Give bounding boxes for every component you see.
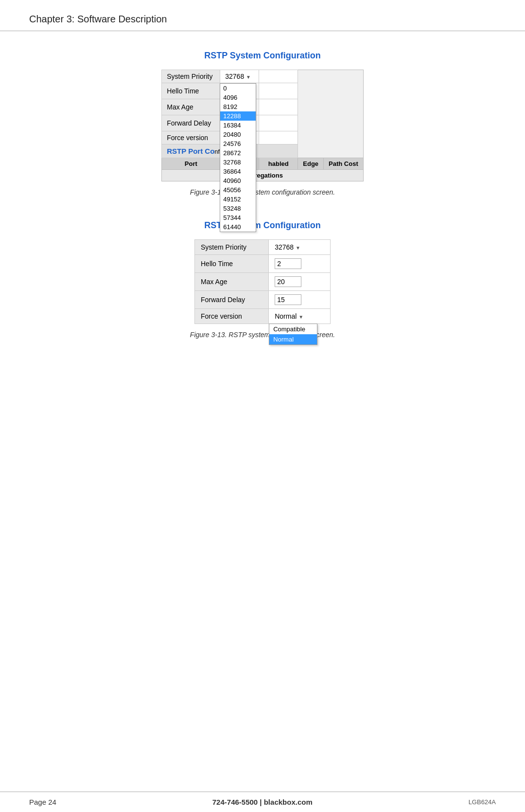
table-row: Force version Normal ▼ Compatible Normal bbox=[195, 309, 331, 324]
dropdown-item-61440[interactable]: 61440 bbox=[220, 222, 256, 232]
dropdown-item-0[interactable]: 0 bbox=[220, 84, 256, 93]
hello-time-extra bbox=[259, 83, 298, 99]
dropdown-item-36864[interactable]: 36864 bbox=[220, 167, 256, 176]
page-footer: Page 24 724-746-5500 | blackbox.com LGB6… bbox=[0, 792, 525, 812]
port-config-title: RSTP Port Co bbox=[167, 147, 214, 155]
table-row: Forward Delay bbox=[162, 115, 363, 131]
max-age-label: Max Age bbox=[162, 99, 220, 115]
fv-option-compatible[interactable]: Compatible bbox=[269, 324, 317, 334]
dropdown-item-12288[interactable]: 12288 bbox=[220, 111, 256, 121]
hello-time-label: Hello Time bbox=[162, 83, 220, 99]
system-priority-label: System Priority bbox=[162, 70, 220, 83]
fig2-system-priority-display: 32768 bbox=[275, 243, 294, 251]
fig2-force-version-wrapper: Normal ▼ Compatible Normal bbox=[275, 312, 324, 320]
port-col-habled: habled bbox=[259, 158, 298, 170]
fig2-max-age-value[interactable] bbox=[269, 273, 331, 291]
fig2-forward-delay-label: Forward Delay bbox=[195, 291, 269, 309]
dropdown-item-8192[interactable]: 8192 bbox=[220, 102, 256, 111]
dropdown-item-57344[interactable]: 57344 bbox=[220, 213, 256, 222]
table-row: Force version ▼ bbox=[162, 131, 363, 144]
figure-1-block: RSTP System Configuration System Priorit… bbox=[29, 51, 496, 196]
forward-delay-label: Forward Delay bbox=[162, 115, 220, 131]
dropdown-item-45056[interactable]: 45056 bbox=[220, 185, 256, 195]
table-row: System Priority 32768 ▼ bbox=[195, 240, 331, 255]
dropdown-item-53248[interactable]: 53248 bbox=[220, 204, 256, 213]
fig2-max-age-input[interactable] bbox=[275, 276, 301, 287]
aggregations-row: Aggregations bbox=[162, 170, 363, 181]
fig2-system-priority-arrow[interactable]: ▼ bbox=[296, 245, 300, 251]
system-priority-display: 32768 bbox=[225, 72, 244, 80]
figure2-config-table: System Priority 32768 ▼ Hello Time Ma bbox=[194, 239, 331, 324]
system-priority-dropdown[interactable]: 0 4096 8192 12288 16384 20480 24576 2867… bbox=[220, 83, 256, 232]
forward-delay-extra bbox=[259, 115, 298, 131]
port-col-port: Port bbox=[162, 158, 220, 170]
port-col-edge: Edge bbox=[298, 158, 324, 170]
fig2-force-version-dropdown[interactable]: Compatible Normal bbox=[269, 324, 317, 345]
table-row: Hello Time bbox=[195, 255, 331, 273]
fig2-force-version-arrow[interactable]: ▼ bbox=[298, 314, 303, 320]
fig2-force-version-cell[interactable]: Normal ▼ Compatible Normal bbox=[269, 309, 331, 324]
figure1-title: RSTP System Configuration bbox=[204, 51, 321, 61]
dropdown-item-4096[interactable]: 4096 bbox=[220, 93, 256, 102]
footer-model: LGB624A bbox=[469, 798, 496, 806]
fv-option-normal[interactable]: Normal bbox=[269, 334, 317, 344]
system-priority-value[interactable]: 32768 ▼ bbox=[220, 70, 259, 83]
fig2-hello-time-label: Hello Time bbox=[195, 255, 269, 273]
force-version-extra bbox=[259, 131, 298, 144]
system-priority-arrow[interactable]: ▼ bbox=[246, 74, 251, 80]
table-row: System Priority 32768 ▼ bbox=[162, 70, 363, 83]
fig2-system-priority-label: System Priority bbox=[195, 240, 269, 255]
dropdown-item-40960[interactable]: 40960 bbox=[220, 176, 256, 185]
max-age-extra bbox=[259, 99, 298, 115]
dropdown-item-20480[interactable]: 20480 bbox=[220, 130, 256, 139]
fig2-max-age-label: Max Age bbox=[195, 273, 269, 291]
page-content: RSTP System Configuration System Priorit… bbox=[0, 51, 525, 339]
fig2-system-priority-value[interactable]: 32768 ▼ bbox=[269, 240, 331, 255]
dropdown-item-16384[interactable]: 16384 bbox=[220, 121, 256, 130]
port-config-header-row: RSTP Port Configuration bbox=[162, 144, 363, 158]
table-row: Forward Delay bbox=[195, 291, 331, 309]
footer-phone: 724-746-5500 | blackbox.com bbox=[212, 798, 313, 806]
port-col-path-cost: Path Cost bbox=[324, 158, 364, 170]
table-row: Max Age bbox=[162, 99, 363, 115]
port-table-header-row: Port F... habled Edge Path Cost bbox=[162, 158, 363, 170]
dropdown-item-24576[interactable]: 24576 bbox=[220, 139, 256, 148]
dropdown-item-32768[interactable]: 32768 bbox=[220, 158, 256, 167]
page-header: Chapter 3: Software Description bbox=[0, 0, 525, 31]
fig2-forward-delay-value[interactable] bbox=[269, 291, 331, 309]
figure1-caption: Figure 3-12. RSTP system configuration s… bbox=[190, 188, 335, 196]
aggregations-cell: Aggregations bbox=[162, 170, 363, 181]
fig2-force-version-display: Normal bbox=[275, 312, 297, 320]
chapter-title: Chapter 3: Software Description bbox=[29, 14, 167, 24]
figure-2-block: RSTP System Configuration System Priorit… bbox=[29, 220, 496, 339]
fig2-forward-delay-input[interactable] bbox=[275, 294, 301, 305]
figure1-config-table: System Priority 32768 ▼ Hello Time Max bbox=[161, 70, 363, 181]
table-row: Hello Time bbox=[162, 83, 363, 99]
figure2-table-wrapper: System Priority 32768 ▼ Hello Time Ma bbox=[194, 239, 331, 324]
fig2-hello-time-input[interactable] bbox=[275, 258, 301, 269]
fig2-hello-time-value[interactable] bbox=[269, 255, 331, 273]
footer-page: Page 24 bbox=[29, 798, 56, 806]
system-priority-extra bbox=[259, 70, 298, 83]
figure1-table-wrapper: System Priority 32768 ▼ Hello Time Max bbox=[161, 70, 363, 181]
force-version-label: Force version bbox=[162, 131, 220, 144]
dropdown-item-28672[interactable]: 28672 bbox=[220, 148, 256, 158]
table-row: Max Age bbox=[195, 273, 331, 291]
dropdown-item-49152[interactable]: 49152 bbox=[220, 195, 256, 204]
fig2-force-version-label: Force version bbox=[195, 309, 269, 324]
